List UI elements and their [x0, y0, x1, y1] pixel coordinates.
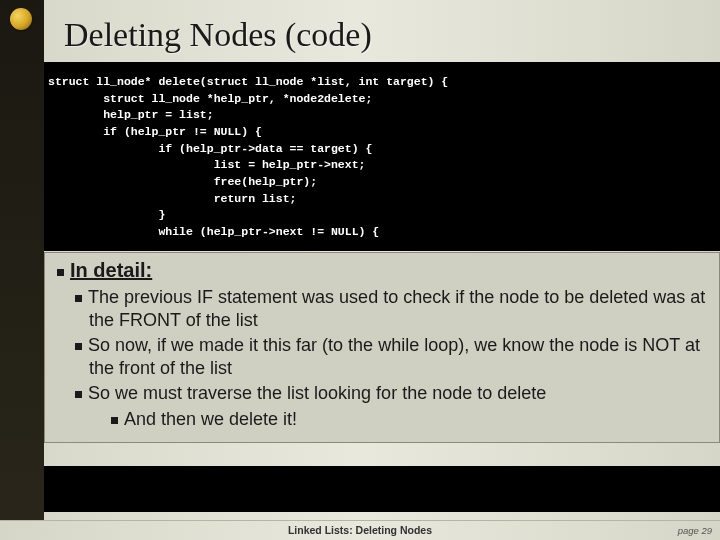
footer-bar: Linked Lists: Deleting Nodes page 29 [0, 520, 720, 540]
slide-content: Deleting Nodes (code) struct ll_node* de… [44, 0, 720, 540]
footer-page-number: page 29 [678, 525, 712, 536]
sidebar-dark-strip [0, 0, 44, 540]
square-bullet-icon [75, 343, 82, 350]
square-bullet-icon [75, 391, 82, 398]
code-block: struct ll_node* delete(struct ll_node *l… [44, 68, 720, 251]
bullet-item: So we must traverse the list looking for… [75, 382, 707, 405]
explanation-heading: In detail: [57, 259, 707, 282]
bullet-item: So now, if we made it this far (to the w… [75, 334, 707, 380]
bullet-text: The previous IF statement was used to ch… [88, 287, 705, 330]
square-bullet-icon [111, 417, 118, 424]
explanation-bullets: The previous IF statement was used to ch… [75, 286, 707, 405]
bullet-item: The previous IF statement was used to ch… [75, 286, 707, 332]
bullet-text: So we must traverse the list looking for… [88, 383, 546, 403]
square-bullet-icon [57, 269, 64, 276]
code-continuation-black-band [44, 466, 720, 512]
sub-bullet-text: And then we delete it! [124, 409, 297, 429]
sub-bullet-item: And then we delete it! [111, 409, 707, 430]
footer-title: Linked Lists: Deleting Nodes [0, 524, 720, 536]
bullet-text: So now, if we made it this far (to the w… [88, 335, 700, 378]
square-bullet-icon [75, 295, 82, 302]
gold-seal-logo [10, 8, 32, 30]
explanation-panel: In detail: The previous IF statement was… [44, 252, 720, 443]
explanation-sub-bullets: And then we delete it! [111, 409, 707, 430]
slide: Deleting Nodes (code) struct ll_node* de… [0, 0, 720, 540]
slide-title: Deleting Nodes (code) [64, 16, 372, 54]
explanation-heading-text: In detail: [70, 259, 152, 281]
